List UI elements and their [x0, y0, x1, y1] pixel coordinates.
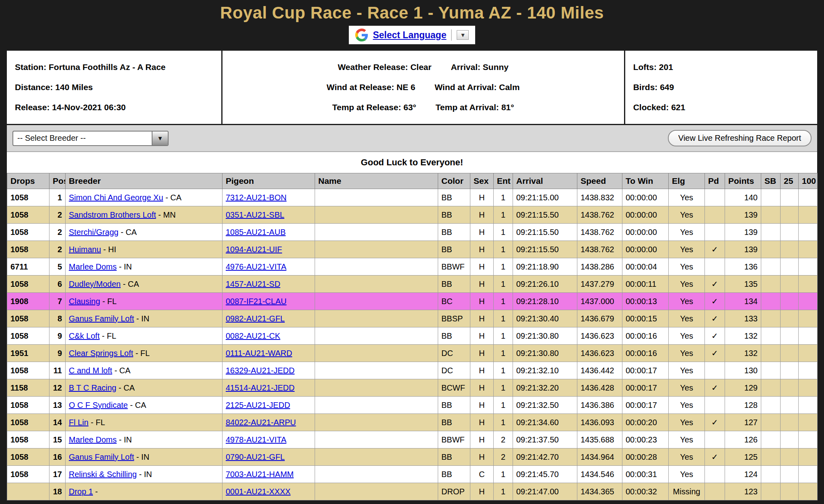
pigeon-link[interactable]: 4976-AU21-VITA: [226, 262, 286, 271]
cell-pigeon: 41514-AU21-JEDD: [222, 379, 315, 397]
cell-sex: H: [470, 362, 494, 379]
cell-pigeon: 0351-AU21-SBL: [222, 206, 315, 224]
cell-name: [315, 379, 438, 397]
cell-speed: 1434.546: [577, 466, 622, 483]
cell-color: DC: [438, 362, 470, 379]
pigeon-link[interactable]: 4978-AU21-VITA: [226, 435, 286, 444]
cell-elg: Yes: [669, 241, 705, 258]
cell-breeder: C&k Loft - FL: [66, 327, 222, 345]
breeder-link[interactable]: Relinski & Schilling: [69, 470, 137, 479]
pigeon-link[interactable]: 0351-AU21-SBL: [226, 210, 284, 219]
cell-100: [799, 293, 818, 310]
cell-sb: [761, 327, 781, 345]
cell-25: [781, 189, 799, 206]
cell-100: [799, 276, 818, 293]
pigeon-link[interactable]: 84022-AU21-ARPU: [226, 418, 296, 427]
race-table-head-row: DropsPosBreederPigeonNameColorSexEntArri…: [7, 173, 818, 189]
breeder-link[interactable]: Drop 1: [69, 487, 93, 496]
select-language-link[interactable]: Select Language: [373, 30, 447, 41]
pigeon-link[interactable]: 2125-AU21-JEDD: [226, 401, 290, 409]
breeder-link[interactable]: C and M loft: [69, 366, 112, 375]
table-row: 1058 2 Sandstrom Brothers Loft - MN 0351…: [7, 206, 818, 224]
race-results-table: DropsPosBreederPigeonNameColorSexEntArri…: [7, 173, 818, 500]
cell-drops: 1058: [7, 397, 49, 414]
clocked-info: Clocked: 621: [633, 97, 817, 117]
cell-pos: 12: [49, 379, 66, 397]
cell-ent: 1: [494, 466, 513, 483]
breeder-link[interactable]: Clear Springs Loft: [69, 349, 133, 358]
breeder-link[interactable]: Sandstrom Brothers Loft: [69, 210, 156, 219]
cell-25: [781, 293, 799, 310]
cell-pigeon: 1457-AU21-SD: [222, 276, 315, 293]
column-header-arrival: Arrival: [513, 173, 577, 189]
cell-breeder: Ganus Family Loft - IN: [66, 310, 222, 327]
cell-drops: 1058: [7, 189, 49, 206]
pigeon-link[interactable]: 1085-AU21-AUB: [226, 228, 286, 237]
breeder-link[interactable]: Fl Lin: [69, 418, 89, 427]
breeder-link[interactable]: Simon Chi And George Xu: [69, 193, 163, 202]
cell-elg: Yes: [669, 362, 705, 379]
cell-pigeon: 4978-AU21-VITA: [222, 431, 315, 448]
pigeon-link[interactable]: 0790-AU21-GFL: [226, 453, 285, 461]
breeder-link[interactable]: Dudley/Moden: [69, 280, 121, 288]
cell-points: 136: [725, 258, 761, 276]
pigeon-link[interactable]: 1094-AU21-UIF: [226, 245, 282, 254]
pigeon-link[interactable]: 0082-AU21-CK: [226, 331, 280, 340]
cell-sex: H: [470, 397, 494, 414]
cell-to-win: 00:00:13: [622, 293, 669, 310]
cell-arrival: 09:21:18.90: [513, 258, 577, 276]
cell-drops: 1058: [7, 241, 49, 258]
cell-sex: H: [470, 310, 494, 327]
breeder-link[interactable]: Marlee Doms: [69, 262, 117, 271]
cell-pigeon: 84022-AU21-ARPU: [222, 414, 315, 431]
breeder-link[interactable]: C&k Loft: [69, 331, 100, 340]
pigeon-link[interactable]: 0111-AU21-WARD: [226, 349, 292, 358]
pigeon-link[interactable]: 1457-AU21-SD: [226, 280, 280, 288]
cell-arrival: 09:21:15.00: [513, 189, 577, 206]
cell-drops: 1158: [7, 379, 49, 397]
cell-sex: H: [470, 483, 494, 500]
breeder-link[interactable]: Sterchi/Gragg: [69, 228, 118, 237]
breeder-link[interactable]: O C F Syndicate: [69, 401, 128, 409]
pigeon-link[interactable]: 0001-AU21-XXXX: [226, 487, 290, 496]
cell-sb: [761, 379, 781, 397]
pigeon-link[interactable]: 7312-AU21-BON: [226, 193, 286, 202]
cell-elg: Yes: [669, 466, 705, 483]
pigeon-link[interactable]: 41514-AU21-JEDD: [226, 383, 295, 392]
view-live-report-button[interactable]: View Live Refreshing Race Report: [668, 130, 812, 146]
cell-sex: H: [470, 414, 494, 431]
cell-pos: 1: [49, 189, 66, 206]
google-translate-widget[interactable]: Select Language ▼: [349, 26, 476, 44]
cell-pigeon: 1085-AU21-AUB: [222, 224, 315, 241]
cell-elg: Yes: [669, 397, 705, 414]
cell-ent: 1: [494, 414, 513, 431]
pigeon-link[interactable]: 0087-IF21-CLAU: [226, 297, 286, 306]
breeder-link[interactable]: Ganus Family Loft: [69, 314, 134, 323]
table-row: 1058 13 O C F Syndicate - CA 2125-AU21-J…: [7, 397, 818, 414]
race-info-right: Lofts: 201 Birds: 649 Clocked: 621: [625, 51, 817, 124]
cell-color: DC: [438, 345, 470, 362]
pigeon-link[interactable]: 7003-AU21-HAMM: [226, 470, 294, 479]
breeder-select[interactable]: -- Select Breeder -- ▼: [12, 131, 169, 146]
cell-to-win: 00:00:00: [622, 224, 669, 241]
cell-to-win: 00:00:00: [622, 206, 669, 224]
breeder-link[interactable]: Clausing: [69, 297, 100, 306]
cell-points: 124: [725, 466, 761, 483]
breeder-link[interactable]: Huimanu: [69, 245, 101, 254]
breeder-link[interactable]: Ganus Family Loft: [69, 453, 134, 461]
cell-to-win: 00:00:16: [622, 327, 669, 345]
pigeon-link[interactable]: 0982-AU21-GFL: [226, 314, 285, 323]
cell-speed: 1436.093: [577, 414, 622, 431]
cell-pigeon: 0001-AU21-XXXX: [222, 483, 315, 500]
cell-arrival: 09:21:30.80: [513, 345, 577, 362]
breeder-link[interactable]: B T C Racing: [69, 383, 116, 392]
cell-pigeon: 2125-AU21-JEDD: [222, 397, 315, 414]
pigeon-link[interactable]: 16329-AU21-JEDD: [226, 366, 295, 375]
cell-elg: Yes: [669, 258, 705, 276]
weather-release-info: Weather Release: Clear: [338, 62, 431, 72]
translate-dropdown-arrow-icon[interactable]: ▼: [457, 30, 469, 40]
breeder-link[interactable]: Marlee Doms: [69, 435, 117, 444]
cell-pos: 8: [49, 310, 66, 327]
cell-breeder: Fl Lin - FL: [66, 414, 222, 431]
cell-breeder: Clear Springs Loft - FL: [66, 345, 222, 362]
